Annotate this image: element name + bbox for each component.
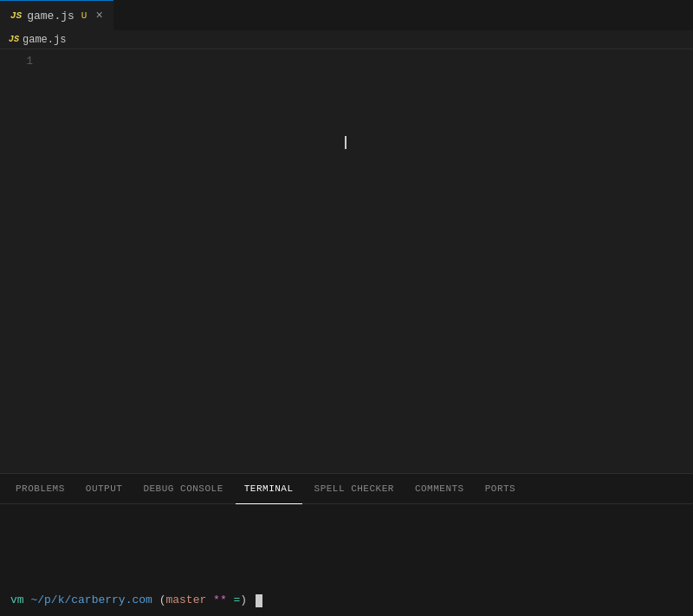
line-numbers: 1 [0,49,43,473]
terminal-paren-close: ) [240,592,247,609]
terminal-equals-text: = [227,592,241,609]
terminal-space1 [24,592,31,609]
panel-tab-ports[interactable]: PORTS [476,474,525,504]
panel-tab-spell-checker[interactable]: SPELL CHECKER [306,474,403,504]
breadcrumb-filename: game.js [23,34,66,46]
breadcrumb: JS game.js [0,30,693,49]
editor-content[interactable] [43,49,693,473]
panel: PROBLEMS OUTPUT DEBUG CONSOLE TERMINAL S… [0,473,693,616]
terminal-content[interactable]: vm ~/p/k/carberry.com ( master ** = ) [0,504,693,616]
tab-file-icon: JS [10,10,22,21]
terminal-vm-text: vm [10,592,24,609]
terminal-space2 [247,592,254,609]
panel-tab-debug-console[interactable]: DEBUG CONSOLE [134,474,231,504]
line-number-1: 1 [0,53,33,69]
terminal-prompt-line: vm ~/p/k/carberry.com ( master ** = ) [10,592,683,609]
panel-tab-comments[interactable]: COMMENTS [406,474,473,504]
tab-modified-indicator: U [81,10,87,21]
terminal-path-text: ~/p/k/carberry.com [30,592,152,609]
text-cursor [345,136,346,149]
tab-close-button[interactable]: × [95,9,102,23]
panel-tab-problems[interactable]: PROBLEMS [7,474,74,504]
terminal-branch-text: master [165,592,206,609]
terminal-branch-status: ** [206,592,226,609]
file-tab[interactable]: JS game.js U × [0,0,113,30]
tab-bar: JS game.js U × [0,0,693,30]
panel-tab-terminal[interactable]: TERMINAL [236,474,302,504]
terminal-paren-open: ( [152,592,166,609]
terminal-cursor [256,594,262,607]
panel-tab-output[interactable]: OUTPUT [77,474,132,504]
breadcrumb-file-icon: JS [9,35,19,44]
tab-filename: game.js [27,10,74,23]
editor-area[interactable]: 1 [0,49,693,473]
panel-tab-bar: PROBLEMS OUTPUT DEBUG CONSOLE TERMINAL S… [0,474,693,504]
